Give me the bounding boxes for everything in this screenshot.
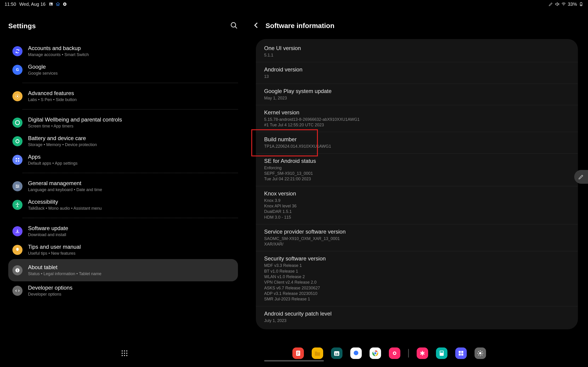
sliders-icon	[12, 181, 23, 191]
mute-icon	[555, 2, 560, 6]
svg-rect-6	[581, 5, 582, 6]
notification-home-icon	[56, 2, 60, 6]
dock-recent-asterisk[interactable]	[417, 348, 428, 359]
back-icon[interactable]	[253, 22, 260, 30]
svg-point-36	[354, 351, 358, 355]
item-subtitle: Screen time • App timers	[28, 124, 122, 129]
divider	[23, 173, 238, 173]
info-row-android-version[interactable]: Android version13	[256, 62, 578, 83]
battery-icon	[12, 136, 23, 146]
svg-point-28	[124, 353, 125, 354]
row-title: Android version	[264, 66, 570, 73]
item-subtitle: Google services	[28, 71, 58, 76]
row-value: July 1, 2023	[264, 318, 570, 323]
row-title: One UI version	[264, 45, 570, 51]
pen-icon	[548, 2, 553, 6]
apps-drawer-icon[interactable]	[121, 349, 128, 357]
item-subtitle: Storage • Memory • Device protection	[28, 142, 97, 147]
settings-item-accessibility[interactable]: AccessibilityTalkBack • Mono audio • Ass…	[8, 195, 238, 214]
dock-app-messages[interactable]	[350, 348, 362, 359]
svg-point-24	[122, 350, 123, 352]
settings-item-digital-wellbeing-and-parental-controls[interactable]: Digital Wellbeing and parental controlsS…	[8, 113, 238, 132]
info-row-android-security-patch-level[interactable]: Android security patch levelJuly 1, 2023	[256, 306, 578, 327]
battery-percent: 33%	[568, 2, 577, 7]
row-value: SAOMC_SM-X910_OXM_XAR_13_0001 XAR/XAR/	[264, 236, 570, 247]
dock-app-chrome[interactable]	[370, 348, 381, 359]
svg-rect-23	[17, 270, 18, 271]
svg-point-1	[50, 3, 50, 4]
row-title: Security software version	[264, 255, 570, 262]
wifi-icon	[561, 2, 566, 6]
svg-point-31	[124, 355, 125, 356]
settings-item-software-update[interactable]: Software updateDownload and install	[8, 222, 238, 241]
item-title: Accounts and backup	[28, 45, 89, 51]
settings-item-advanced-features[interactable]: Advanced featuresLabs • S Pen • Side but…	[8, 87, 238, 105]
item-title: Developer options	[28, 284, 72, 291]
settings-item-apps[interactable]: AppsDefault apps • App settings	[8, 150, 238, 169]
item-subtitle: Useful tips • New features	[28, 251, 81, 256]
svg-point-14	[18, 158, 19, 159]
settings-item-accounts-and-backup[interactable]: Accounts and backupManage accounts • Sma…	[8, 42, 238, 60]
dock-recent-settings[interactable]	[474, 348, 486, 359]
status-bar: 11:50 Wed, Aug 16 33%	[0, 0, 588, 8]
row-title: Google Play system update	[264, 88, 570, 94]
dock-recent-grid[interactable]	[455, 348, 467, 359]
settings-item-tips-and-user-manual[interactable]: Tips and user manualUseful tips • New fe…	[8, 241, 238, 259]
info-row-one-ui-version[interactable]: One UI version5.1.1	[256, 41, 578, 62]
info-row-service-provider-software-version[interactable]: Service provider software versionSAOMC_S…	[256, 224, 578, 251]
row-value: 5.1.1	[264, 52, 570, 58]
info-row-se-for-android-status[interactable]: SE for Android statusEnforcing SEPF_SM-X…	[256, 154, 578, 186]
info-row-knox-version[interactable]: Knox versionKnox 3.9 Knox API level 36 D…	[256, 186, 578, 224]
item-title: Google	[28, 64, 58, 70]
settings-item-developer-options[interactable]: Developer optionsDeveloper options	[8, 281, 238, 300]
info-row-build-number[interactable]: Build numberTP1A.220624.014.X910XXU1AWG1	[256, 132, 578, 153]
info-icon	[12, 265, 23, 275]
svg-point-10	[17, 96, 18, 97]
dock-recent-calc[interactable]	[436, 348, 447, 359]
row-value: 5.15.78-android13-8-26966632-abX910XXU1A…	[264, 117, 570, 128]
row-value: 13	[264, 74, 570, 79]
row-title: Kernel version	[264, 109, 570, 116]
row-value: Knox 3.9 Knox API level 36 DualDAR 1.5.1…	[264, 198, 570, 220]
edit-fab[interactable]	[574, 170, 588, 184]
info-row-google-play-system-update[interactable]: Google Play system updateMay 1, 2023	[256, 84, 578, 105]
dock-app-notes[interactable]	[292, 348, 304, 359]
notification-settings-icon	[62, 2, 67, 6]
row-title: Android security patch level	[264, 310, 570, 317]
item-subtitle: Status • Legal information • Tablet name	[28, 271, 101, 276]
item-title: General management	[28, 180, 102, 186]
dock-app-calendar[interactable]: 16	[331, 348, 342, 359]
wellbeing-icon	[12, 117, 23, 128]
settings-item-about-tablet[interactable]: About tabletStatus • Legal information •…	[8, 259, 238, 281]
page-title: Software information	[265, 22, 334, 30]
row-title: Service provider software version	[264, 228, 570, 235]
svg-point-27	[122, 353, 123, 354]
settings-item-battery-and-device-care[interactable]: Battery and device careStorage • Memory …	[8, 132, 238, 150]
item-subtitle: Download and install	[28, 233, 68, 237]
svg-rect-44	[459, 351, 461, 353]
item-subtitle: Manage accounts • Smart Switch	[28, 52, 89, 57]
svg-point-32	[126, 355, 127, 356]
dock-app-camera[interactable]	[389, 348, 400, 359]
info-row-kernel-version[interactable]: Kernel version5.15.78-android13-8-269666…	[256, 105, 578, 132]
svg-text:G: G	[16, 68, 19, 72]
google-icon: G	[12, 65, 23, 75]
svg-point-11	[15, 121, 19, 125]
item-title: Apps	[28, 154, 77, 160]
info-row-security-software-version[interactable]: Security software versionMDF v3.3 Releas…	[256, 251, 578, 306]
accessibility-icon	[12, 200, 23, 210]
nav-handle[interactable]	[264, 360, 324, 361]
svg-text:16: 16	[335, 352, 339, 356]
gear-icon	[12, 91, 23, 101]
svg-rect-43	[440, 351, 443, 352]
settings-item-google[interactable]: GGoogleGoogle services	[8, 60, 238, 79]
svg-point-22	[17, 269, 18, 270]
dock-app-files[interactable]	[312, 348, 323, 359]
apps-icon	[12, 155, 23, 165]
svg-point-15	[16, 160, 17, 162]
search-icon[interactable]	[230, 22, 238, 30]
svg-rect-47	[461, 353, 463, 356]
item-subtitle: Labs • S Pen • Side button	[28, 97, 77, 102]
dev-icon	[12, 286, 23, 296]
settings-item-general-management[interactable]: General managementLanguage and keyboard …	[8, 177, 238, 195]
